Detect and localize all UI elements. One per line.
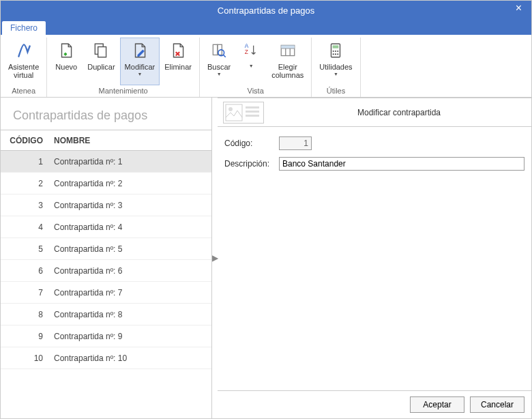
ribbon-group-vista: Buscar ▼ AZ ▼ Elegir columnas Vista [200,38,312,97]
list-title: Contrapartidas de pagos [1,104,211,130]
chevron-down-icon: ▼ [217,72,222,76]
document-plus-icon [55,40,77,61]
left-pane: Contrapartidas de pagos CÓDIGO NOMBRE 1C… [1,98,212,418]
form-header: Modificar contrapartida [218,98,531,127]
cell-code: 9 [1,332,50,341]
cell-name: Contrapartida nº: 8 [50,310,211,319]
cancel-button[interactable]: Cancelar [470,396,524,413]
svg-text:Z: Z [245,50,248,56]
buscar-button[interactable]: Buscar ▼ [203,38,235,85]
tab-strip: Fichero [1,20,531,35]
cell-name: Contrapartida nº: 2 [50,179,211,188]
svg-rect-19 [246,106,259,109]
cell-name: Contrapartida nº: 3 [50,201,211,210]
nuevo-button[interactable]: Nuevo [50,38,83,85]
alpha-icon [13,40,35,61]
elegir-columnas-button[interactable]: Elegir columnas [267,38,308,85]
cell-code: 1 [1,157,50,167]
code-input[interactable] [279,136,312,150]
close-icon[interactable]: × [512,2,526,14]
table-row[interactable]: 1Contrapartida nº: 1 [1,151,211,173]
sort-button[interactable]: AZ ▼ [235,38,267,85]
code-label: Código: [224,139,279,148]
chevron-down-icon: ▼ [137,72,142,76]
svg-point-18 [228,107,233,111]
cell-code: 2 [1,179,50,188]
ribbon-group-atenea: Asistente virtual Atenea [1,38,47,97]
table-row[interactable]: 2Contrapartida nº: 2 [1,173,211,194]
cell-code: 5 [1,244,50,254]
col-header-code[interactable]: CÓDIGO [1,136,50,145]
main-area: Contrapartidas de pagos CÓDIGO NOMBRE 1C… [1,98,531,418]
description-label: Descripción: [224,159,279,169]
ribbon-group-mantenimiento: Nuevo Duplicar Modificar ▼ Eliminar [47,38,200,97]
cell-name: Contrapartida nº: 4 [50,222,211,232]
columns-icon [277,40,299,61]
cell-code: 6 [1,266,50,276]
grid: CÓDIGO NOMBRE 1Contrapartida nº: 12Contr… [1,130,211,418]
splitter-handle[interactable]: ▶ [212,98,218,418]
modificar-button[interactable]: Modificar ▼ [120,38,160,85]
svg-point-15 [335,53,336,55]
table-row[interactable]: 10Contrapartida nº: 10 [1,347,211,369]
svg-point-11 [333,50,334,52]
cell-name: Contrapartida nº: 5 [50,244,211,254]
chevron-down-icon: ▼ [249,63,254,68]
image-placeholder-icon [223,102,264,124]
svg-point-12 [335,50,336,52]
ribbon: Asistente virtual Atenea Nuevo Duplicar [1,35,531,98]
cell-name: Contrapartida nº: 9 [50,332,211,341]
svg-rect-2 [213,44,218,55]
button-bar: Aceptar Cancelar [218,390,531,418]
svg-rect-20 [246,111,259,113]
cell-code: 7 [1,288,50,298]
svg-point-16 [338,53,339,55]
cell-code: 4 [1,222,50,232]
chevron-down-icon: ▼ [334,72,338,76]
svg-text:A: A [245,43,249,49]
table-row[interactable]: 7Contrapartida nº: 7 [1,282,211,304]
asistente-virtual-button[interactable]: Asistente virtual [3,38,44,85]
window-title: Contrapartidas de pagos [218,5,314,16]
document-edit-icon [129,40,151,61]
form-body: Código: Descripción: [218,127,531,390]
svg-point-13 [338,50,339,52]
description-input[interactable] [279,157,524,171]
title-bar: Contrapartidas de pagos × [1,1,531,20]
right-pane: Modificar contrapartida Código: Descripc… [218,98,531,418]
tab-fichero[interactable]: Fichero [2,21,46,35]
table-row[interactable]: 6Contrapartida nº: 6 [1,260,211,282]
sort-az-icon: AZ [240,40,262,61]
table-row[interactable]: 5Contrapartida nº: 5 [1,238,211,260]
svg-rect-10 [333,45,339,48]
accept-button[interactable]: Aceptar [410,396,464,413]
calculator-icon [325,40,346,61]
table-row[interactable]: 9Contrapartida nº: 9 [1,326,211,347]
cell-name: Contrapartida nº: 6 [50,266,211,276]
table-row[interactable]: 8Contrapartida nº: 8 [1,304,211,326]
eliminar-button[interactable]: Eliminar [160,38,196,85]
search-icon [208,40,230,61]
document-delete-icon [167,40,189,61]
cell-code: 10 [1,353,50,363]
form-title: Modificar contrapartida [272,108,526,117]
svg-point-14 [333,53,334,55]
document-copy-icon [90,40,112,61]
grid-header: CÓDIGO NOMBRE [1,130,211,151]
utilidades-button[interactable]: Utilidades ▼ [314,38,357,85]
cell-name: Contrapartida nº: 10 [50,353,211,363]
col-header-name[interactable]: NOMBRE [50,136,211,145]
table-row[interactable]: 4Contrapartida nº: 4 [1,216,211,238]
table-row[interactable]: 3Contrapartida nº: 3 [1,194,211,216]
cell-name: Contrapartida nº: 7 [50,288,211,298]
svg-rect-21 [246,115,259,117]
cell-code: 8 [1,310,50,319]
cell-code: 3 [1,201,50,210]
ribbon-group-utiles: Utilidades ▼ Útiles [312,38,360,97]
svg-rect-17 [226,104,242,121]
cell-name: Contrapartida nº: 1 [50,157,211,167]
svg-rect-1 [98,47,106,57]
svg-rect-8 [281,45,295,48]
duplicar-button[interactable]: Duplicar [83,38,119,85]
